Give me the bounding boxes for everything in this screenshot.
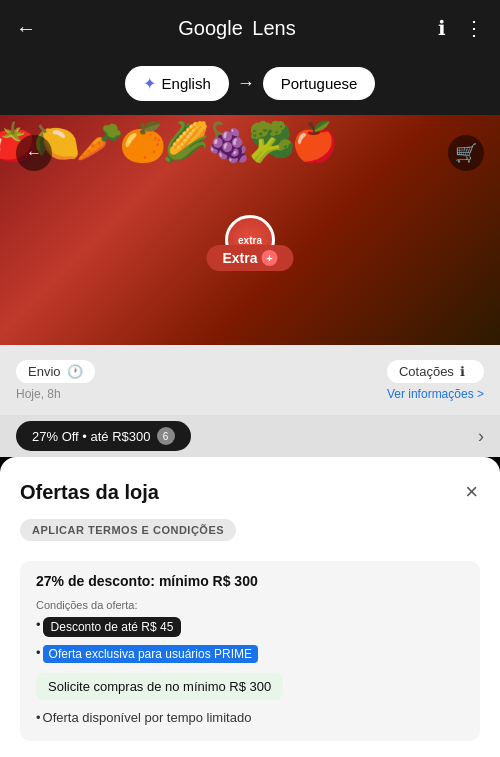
offer-main-text: 27% de desconto: mínimo R$ 300 <box>36 573 464 589</box>
envio-label: Envio <box>28 364 61 379</box>
shipping-info: Envio 🕐 Hoje, 8h <box>16 360 95 401</box>
bullet-1: • <box>36 617 41 632</box>
envio-chip: Envio 🕐 <box>16 360 95 383</box>
condition-2: • Oferta exclusiva para usuários PRIME <box>36 645 464 663</box>
cotacoes-info-icon: ℹ <box>460 364 465 379</box>
close-button[interactable]: × <box>463 477 480 507</box>
back-button[interactable]: ← <box>16 17 36 40</box>
bullet-2: • <box>36 645 41 660</box>
source-language-button[interactable]: ✦ English <box>125 66 229 101</box>
condition-1: • Desconto de até R$ 45 <box>36 617 464 641</box>
info-strip: Envio 🕐 Hoje, 8h Cotações ℹ Ver informaç… <box>0 345 500 415</box>
image-back-button[interactable]: ← <box>16 135 52 171</box>
condition-3-text: Oferta disponível por tempo limitado <box>43 710 252 725</box>
discount-bar: 27% Off • até R$300 6 › <box>0 415 500 457</box>
ver-informacoes-link[interactable]: Ver informações > <box>387 387 484 401</box>
store-badge-plus: + <box>262 250 278 266</box>
discount-pill[interactable]: 27% Off • até R$300 6 <box>16 421 191 451</box>
discount-label: 27% Off • até R$300 <box>32 429 151 444</box>
sheet-header: Ofertas da loja × <box>20 477 480 507</box>
offer-card: 27% de desconto: mínimo R$ 300 Condições… <box>20 561 480 741</box>
app-title-lens: Lens <box>252 17 295 40</box>
target-language-label: Portuguese <box>281 75 358 92</box>
discount-arrow: › <box>478 426 484 447</box>
spark-icon: ✦ <box>143 74 156 93</box>
terms-chip[interactable]: APLICAR TERMOS E CONDIÇÕES <box>20 519 236 541</box>
bottom-sheet: Ofertas da loja × APLICAR TERMOS E CONDI… <box>0 457 500 757</box>
condition-2-text: Oferta exclusiva para usuários PRIME <box>43 645 258 663</box>
cart-button[interactable]: 🛒 <box>448 135 484 171</box>
cotacoes-chip: Cotações ℹ <box>387 360 484 383</box>
condition-3: • Oferta disponível por tempo limitado <box>36 710 464 725</box>
today-label: Hoje, 8h <box>16 387 95 401</box>
cotacoes-info: Cotações ℹ Ver informações > <box>387 360 484 401</box>
top-bar-icons: ℹ ⋮ <box>438 16 484 40</box>
app-title: Google Lens <box>178 17 295 40</box>
conditions-label: Condições da oferta: <box>36 599 464 611</box>
bullet-3: • <box>36 710 41 725</box>
camera-image-area: ← 🛒 extra Extra + <box>0 115 500 345</box>
store-badge: Extra + <box>206 245 293 271</box>
cotacoes-label: Cotações <box>399 364 454 379</box>
language-bar: ✦ English → Portuguese <box>0 56 500 115</box>
source-language-label: English <box>162 75 211 92</box>
purchase-requirement: Solicite compras de no mínimo R$ 300 <box>36 673 283 700</box>
clock-icon: 🕐 <box>67 364 83 379</box>
app-title-google: Google <box>178 17 243 40</box>
target-language-button[interactable]: Portuguese <box>263 67 376 100</box>
sheet-title: Ofertas da loja <box>20 481 159 504</box>
language-arrow: → <box>237 73 255 94</box>
top-bar: ← Google Lens ℹ ⋮ <box>0 0 500 56</box>
store-badge-label: Extra <box>222 250 257 266</box>
discount-badge-count: 6 <box>157 427 175 445</box>
info-icon[interactable]: ℹ <box>438 16 446 40</box>
condition-1-text: Desconto de até R$ 45 <box>43 617 182 637</box>
more-options-icon[interactable]: ⋮ <box>464 16 484 40</box>
